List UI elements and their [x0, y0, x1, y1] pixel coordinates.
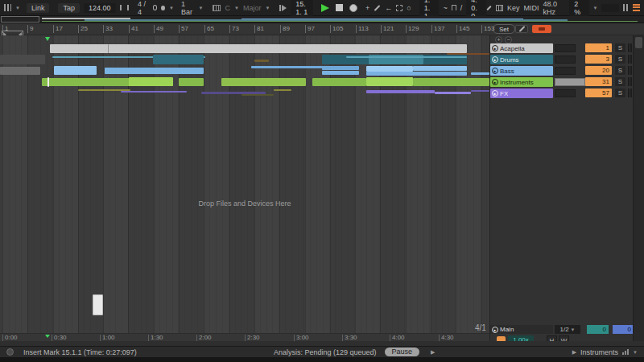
track-solo-button[interactable]: S	[615, 55, 625, 64]
chevron-down-icon[interactable]: ▼	[593, 6, 598, 10]
track-routing-value[interactable]: 57	[585, 88, 612, 97]
punch-out-icon[interactable]: /	[460, 4, 463, 12]
hamburger-menu-icon[interactable]	[633, 4, 640, 11]
capture-midi-button[interactable]: ○	[407, 4, 411, 12]
arrangement-clip[interactable]	[47, 77, 49, 87]
arrangement-clip[interactable]	[346, 56, 467, 58]
arrangement-clip[interactable]	[251, 66, 332, 68]
track-header-bass[interactable]: ▶Bass20S	[490, 66, 634, 76]
arrangement-clip[interactable]	[153, 55, 204, 64]
chevron-down-icon[interactable]: ▼	[633, 350, 638, 355]
scale-icon[interactable]	[213, 5, 221, 11]
arrangement-clip[interactable]	[471, 90, 489, 92]
metronome-beat-icon[interactable]	[161, 6, 165, 10]
arrangement-clip[interactable]	[322, 66, 359, 70]
set-locator-button[interactable]: Set	[493, 24, 515, 34]
track-solo-button[interactable]: S	[615, 77, 625, 86]
arrangement-clip[interactable]	[366, 77, 413, 86]
track-play-icon[interactable]: ▶	[492, 56, 498, 63]
track-device-slot[interactable]	[555, 78, 585, 86]
track-solo-button[interactable]: S	[615, 43, 625, 52]
track-play-icon[interactable]: ▶	[492, 90, 498, 97]
arrangement-overdub-button[interactable]	[532, 25, 551, 33]
arrangement-clip[interactable]	[179, 78, 204, 86]
overview-viewport-box[interactable]	[1, 16, 39, 23]
track-routing-value[interactable]: 1	[585, 43, 612, 52]
track-play-icon[interactable]: ▶	[492, 68, 498, 74]
session-record-icon[interactable]	[396, 5, 402, 11]
track-routing-value[interactable]: 3	[585, 55, 612, 64]
arrangement-clip[interactable]	[413, 78, 489, 86]
arrangement-area[interactable]: Drop Files and Devices Here	[0, 35, 489, 333]
arrangement-clip[interactable]	[54, 66, 97, 75]
scrollbar-thumb[interactable]	[635, 37, 642, 48]
loop-switch-icon[interactable]	[452, 5, 456, 10]
arrangement-clip[interactable]	[435, 92, 471, 94]
track-name-cell[interactable]: ▶Bass	[490, 66, 553, 76]
optimize-height-button[interactable]: +	[495, 36, 502, 43]
metronome-options-icon[interactable]: ▼	[169, 6, 174, 10]
computer-midi-keyboard-icon[interactable]	[496, 5, 503, 11]
optimize-width-button[interactable]: −	[505, 36, 512, 43]
draw-automation-button[interactable]	[515, 25, 528, 33]
arrangement-clip[interactable]	[413, 66, 467, 71]
main-track-row[interactable]: ▶ Main 1/2▼ 0 0	[490, 325, 634, 334]
quantize-menu[interactable]: 1 Bar	[181, 0, 195, 16]
arrangement-clip[interactable]	[366, 90, 435, 93]
arrangement-start-marker-icon[interactable]	[45, 37, 50, 41]
pause-button[interactable]: Pause	[385, 348, 420, 356]
arrangement-clip[interactable]	[0, 67, 40, 75]
cpu-load-field[interactable]: 2 %	[569, 0, 588, 17]
arrangement-clip[interactable]	[50, 44, 467, 53]
arrangement-clip[interactable]	[471, 72, 489, 75]
arrangement-clip[interactable]	[108, 44, 109, 53]
track-routing-value[interactable]: 20	[585, 66, 612, 75]
automation-arm-icon[interactable]	[374, 5, 381, 11]
punch-in-icon[interactable]: ~	[443, 4, 447, 12]
track-device-slot[interactable]	[555, 89, 576, 97]
arrangement-clip[interactable]	[366, 66, 413, 72]
view-toggle[interactable]: ▼	[4, 4, 20, 11]
arrangement-clip[interactable]	[254, 60, 269, 62]
main-send-b-value[interactable]: 0	[613, 325, 634, 334]
track-device-slot[interactable]	[555, 67, 576, 75]
play-button[interactable]	[321, 4, 329, 12]
arrangement-clip[interactable]	[121, 91, 187, 93]
tap-tempo-button[interactable]: Tap	[58, 3, 80, 13]
arrangement-clip[interactable]	[242, 94, 274, 96]
arrangement-clip[interactable]	[312, 78, 366, 86]
nudge-up-icon[interactable]	[127, 5, 130, 10]
track-play-icon[interactable]: ▶	[492, 79, 498, 85]
chevron-down-icon[interactable]: ▼	[15, 6, 20, 10]
draw-mode-icon[interactable]	[486, 5, 491, 10]
arrangement-clip[interactable]	[129, 77, 173, 86]
overdub-button[interactable]: +	[365, 4, 369, 12]
track-header-drums[interactable]: ▶Drums3S	[490, 55, 634, 64]
nudge-down-icon[interactable]	[120, 5, 123, 10]
track-routing-value[interactable]: 31	[585, 77, 612, 86]
track-name-cell[interactable]: ▶Acapella	[490, 43, 553, 53]
stop-button[interactable]	[336, 4, 343, 11]
track-name-cell[interactable]: ▶Drums	[490, 55, 553, 64]
resume-icon[interactable]: ▶	[431, 349, 435, 356]
time-signature-field[interactable]: 4 / 4	[138, 0, 147, 16]
midi-map-button[interactable]: MIDI	[524, 4, 539, 12]
arrangement-overview[interactable]	[0, 16, 644, 23]
main-track-play-icon[interactable]: ▶	[492, 327, 498, 333]
main-grid-menu[interactable]: 1/2▼	[555, 325, 580, 334]
track-play-icon[interactable]: ▶	[492, 45, 498, 51]
re-enable-automation-icon[interactable]: ←	[385, 4, 392, 12]
track-header-instruments[interactable]: ▶Instruments31S	[490, 77, 634, 87]
arrangement-clip[interactable]	[274, 89, 291, 91]
root-note-menu[interactable]: C	[225, 4, 230, 12]
key-map-button[interactable]: Key	[507, 4, 520, 12]
vertical-scrollbar[interactable]	[633, 35, 644, 346]
time-ruler[interactable]: 0:000:301:001:302:002:303:003:304:004:30	[0, 333, 489, 341]
metronome-icon[interactable]	[153, 5, 158, 10]
record-button[interactable]	[349, 4, 357, 12]
link-button[interactable]: Link	[27, 3, 50, 13]
tempo-field[interactable]: 124.00	[84, 3, 116, 13]
arrangement-clip[interactable]	[105, 68, 204, 74]
main-track-name-cell[interactable]: ▶ Main	[490, 325, 553, 334]
track-device-slot[interactable]	[555, 56, 576, 64]
